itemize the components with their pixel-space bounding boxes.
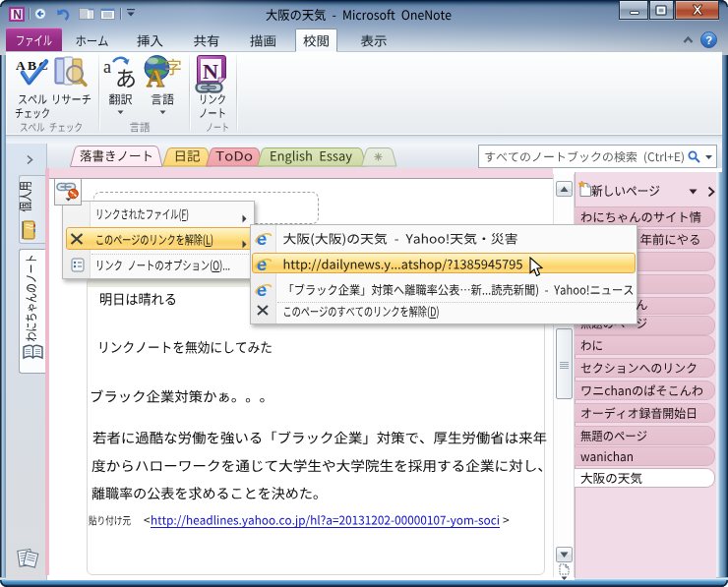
svg-text:N: N bbox=[203, 59, 218, 84]
svg-text:a: a bbox=[103, 57, 111, 77]
svg-text:?: ? bbox=[705, 34, 712, 46]
svg-text:A: A bbox=[147, 65, 164, 90]
